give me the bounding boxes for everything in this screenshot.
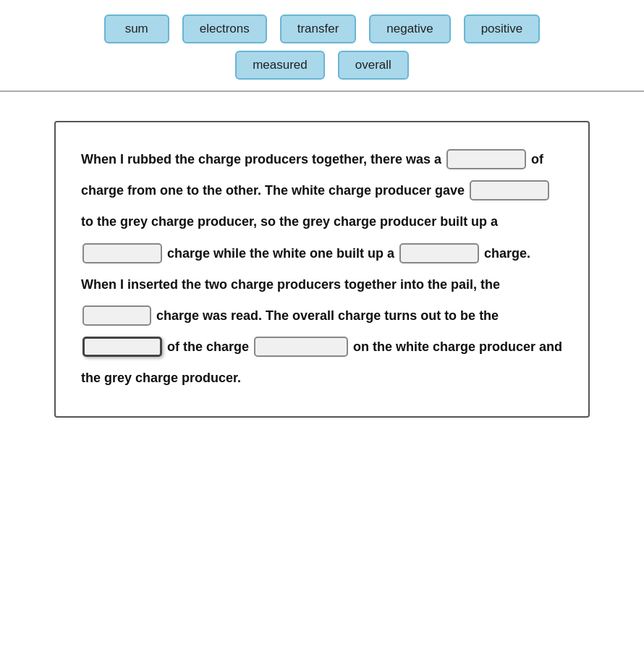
passage-area: When I rubbed the charge producers toget…	[0, 92, 644, 447]
chip-positive[interactable]: positive	[464, 14, 541, 43]
chip-negative[interactable]: negative	[369, 14, 450, 43]
blank-4[interactable]	[399, 243, 479, 263]
passage-text: When I rubbed the charge producers toget…	[81, 152, 562, 385]
passage-box: When I rubbed the charge producers toget…	[54, 121, 590, 418]
blank-6[interactable]	[82, 337, 162, 357]
chip-electrons[interactable]: electrons	[182, 14, 267, 43]
chip-sum[interactable]: sum	[104, 14, 169, 43]
chip-overall[interactable]: overall	[338, 51, 409, 80]
chip-measured[interactable]: measured	[235, 51, 325, 80]
blank-1[interactable]	[446, 149, 526, 169]
blank-3[interactable]	[82, 243, 162, 263]
blank-7[interactable]	[254, 337, 348, 357]
blank-5[interactable]	[82, 305, 151, 326]
word-bank-row-1: sum electrons transfer negative positive	[104, 14, 541, 43]
word-bank-row-2: measured overall	[235, 51, 409, 80]
blank-2[interactable]	[470, 180, 549, 201]
word-bank: sum electrons transfer negative positive…	[0, 0, 644, 92]
chip-transfer[interactable]: transfer	[280, 14, 357, 43]
